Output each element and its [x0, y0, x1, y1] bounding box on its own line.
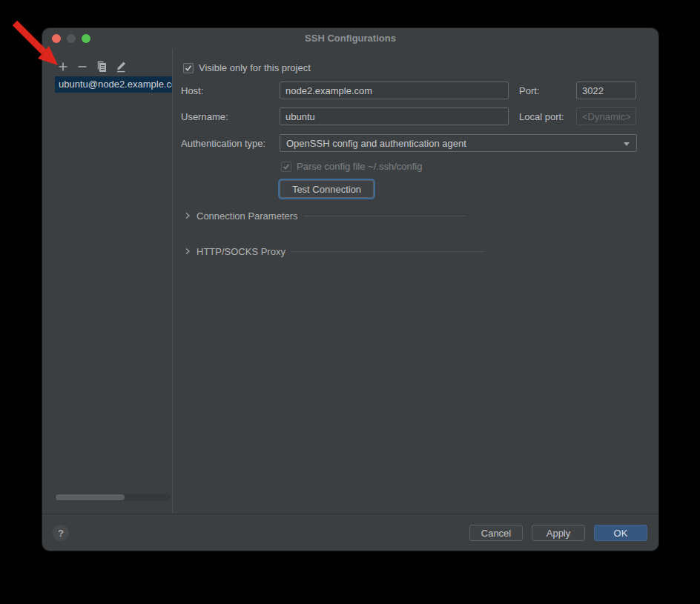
chevron-right-icon: [183, 247, 192, 256]
section-divider: [291, 251, 484, 252]
local-port-label: Local port:: [519, 111, 564, 122]
checkmark-icon: [185, 64, 192, 72]
visible-only-label: Visible only for this project: [199, 62, 311, 73]
username-label: Username:: [181, 111, 228, 122]
copy-icon: [96, 61, 108, 73]
host-input[interactable]: [280, 82, 509, 99]
plus-icon: [57, 61, 69, 73]
help-button[interactable]: ?: [53, 525, 69, 541]
section-label: Connection Parameters: [197, 210, 298, 222]
sidebar-horizontal-scrollbar[interactable]: [55, 494, 171, 501]
parse-config-checkbox: [281, 162, 291, 172]
parse-config-label: Parse config file ~/.ssh/config: [297, 161, 422, 172]
scrollbar-thumb[interactable]: [56, 494, 125, 500]
apply-button[interactable]: Apply: [532, 525, 585, 541]
visible-only-checkbox-row[interactable]: Visible only for this project: [183, 62, 311, 73]
auth-type-value: OpenSSH config and authentication agent: [286, 138, 466, 149]
section-label: HTTP/SOCKS Proxy: [197, 246, 285, 257]
title-bar: SSH Configurations: [42, 28, 658, 49]
minus-icon: [76, 61, 88, 73]
parse-config-checkbox-row: Parse config file ~/.ssh/config: [281, 161, 422, 172]
http-socks-proxy-section[interactable]: HTTP/SOCKS Proxy: [183, 245, 484, 258]
remove-button[interactable]: [76, 61, 88, 73]
local-port-input: [576, 107, 636, 125]
ok-button[interactable]: OK: [594, 525, 647, 541]
edit-button[interactable]: [115, 61, 127, 73]
chevron-down-icon: [624, 142, 630, 146]
port-label: Port:: [519, 85, 539, 96]
copy-button[interactable]: [96, 61, 108, 73]
connection-parameters-section[interactable]: Connection Parameters: [183, 209, 466, 222]
ssh-config-form: Visible only for this project Host: Port…: [174, 49, 658, 514]
cancel-button[interactable]: Cancel: [469, 525, 523, 541]
ssh-configurations-dialog: SSH Configurations: [42, 28, 658, 551]
add-button[interactable]: [57, 61, 69, 73]
auth-type-label: Authentication type:: [181, 138, 265, 149]
test-connection-button[interactable]: Test Connection: [280, 180, 374, 198]
dialog-footer: ? Cancel Apply OK: [42, 514, 658, 551]
visible-only-checkbox[interactable]: [183, 63, 194, 73]
section-divider: [304, 216, 466, 216]
sidebar-toolbar: [57, 61, 127, 73]
chevron-right-icon: [183, 211, 192, 220]
pencil-icon: [115, 61, 127, 73]
username-input[interactable]: [280, 107, 509, 125]
host-label: Host:: [181, 85, 203, 96]
auth-type-select[interactable]: OpenSSH config and authentication agent: [280, 134, 637, 152]
checkmark-icon: [283, 163, 290, 170]
ssh-config-list-item[interactable]: ubuntu@node2.example.com: [55, 76, 172, 93]
configurations-sidebar: ubuntu@node2.example.com: [42, 49, 173, 514]
dialog-title: SSH Configurations: [42, 33, 658, 44]
port-input[interactable]: [576, 82, 636, 99]
